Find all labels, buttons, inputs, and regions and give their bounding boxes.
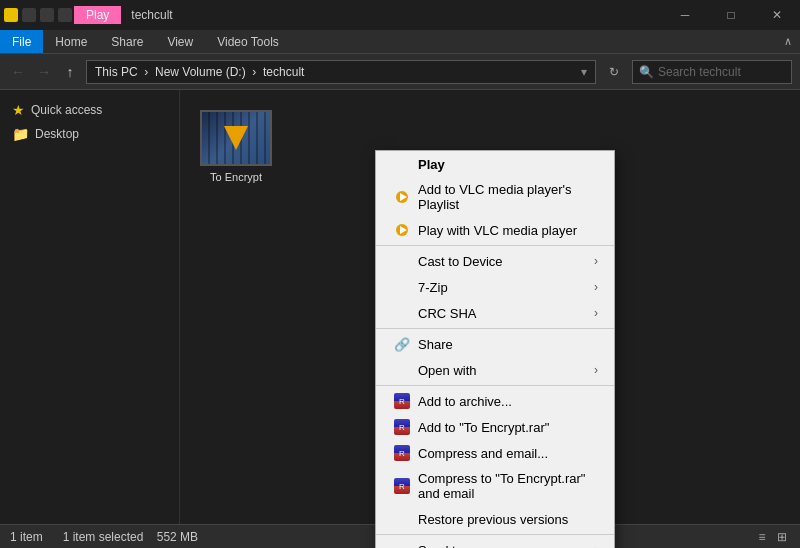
window-title: techcult (131, 8, 172, 22)
search-icon: 🔍 (639, 65, 654, 79)
path-dropdown-icon[interactable]: ▾ (581, 65, 587, 79)
cast-icon (392, 253, 412, 269)
ctx-compress-rar-email-label: Compress to "To Encrypt.rar" and email (418, 471, 598, 501)
file-thumbnail (200, 110, 272, 166)
ctx-openwith-arrow: › (594, 363, 598, 377)
path-text: This PC › New Volume (D:) › techcult (95, 65, 304, 79)
ctx-vlc-playlist[interactable]: Add to VLC media player's Playlist (376, 177, 614, 217)
back-button[interactable]: ← (8, 62, 28, 82)
ribbon: File Home Share View Video Tools ∧ (0, 30, 800, 54)
vlc-playlist-icon (392, 189, 412, 205)
ctx-openwith[interactable]: Open with › (376, 357, 614, 383)
ctx-cast[interactable]: Cast to Device › (376, 248, 614, 274)
ctx-add-rar-label: Add to "To Encrypt.rar" (418, 420, 549, 435)
title-bar-left: Play techcult (0, 6, 173, 24)
ctx-sendto-label: Send to (418, 543, 463, 549)
ctx-cast-label: Cast to Device (418, 254, 503, 269)
ctx-add-archive-label: Add to archive... (418, 394, 512, 409)
ctx-sendto-arrow: › (594, 543, 598, 548)
title-dot-3 (40, 8, 54, 22)
ctx-restore[interactable]: Restore previous versions (376, 506, 614, 532)
title-bar-controls: ─ □ ✕ (662, 0, 800, 30)
winrar-rar-icon: R (392, 419, 412, 435)
sidebar: ★ Quick access 📁 Desktop (0, 90, 180, 524)
winrar-rar-email-icon: R (392, 478, 412, 494)
search-placeholder: Search techcult (658, 65, 741, 79)
ctx-share[interactable]: 🔗 Share (376, 331, 614, 357)
ctx-play-label: Play (418, 157, 445, 172)
minimize-button[interactable]: ─ (662, 0, 708, 30)
ctx-vlc-playlist-label: Add to VLC media player's Playlist (418, 182, 598, 212)
ctx-openwith-label: Open with (418, 363, 477, 378)
vlc-icon (224, 126, 248, 150)
ctx-restore-label: Restore previous versions (418, 512, 568, 527)
up-button[interactable]: ↑ (60, 62, 80, 82)
ctx-sep-4 (376, 534, 614, 535)
ribbon-tab-videotools[interactable]: Video Tools (205, 30, 291, 53)
content-area: To Encrypt Play Add to VLC media player'… (180, 90, 800, 524)
crcsha-icon (392, 305, 412, 321)
ctx-7zip-label: 7-Zip (418, 280, 448, 295)
ctx-share-label: Share (418, 337, 453, 352)
view-grid-icon[interactable]: ⊞ (774, 529, 790, 545)
ctx-7zip[interactable]: 7-Zip › (376, 274, 614, 300)
title-bar-dots (4, 8, 72, 22)
file-item-toencrypt[interactable]: To Encrypt (196, 106, 276, 188)
ctx-cast-arrow: › (594, 254, 598, 268)
ctx-crcsha[interactable]: CRC SHA › (376, 300, 614, 326)
title-dot-4 (58, 8, 72, 22)
address-path[interactable]: This PC › New Volume (D:) › techcult ▾ (86, 60, 596, 84)
ctx-play[interactable]: Play (376, 151, 614, 177)
ctx-7zip-arrow: › (594, 280, 598, 294)
ctx-sep-3 (376, 385, 614, 386)
ctx-add-archive[interactable]: R Add to archive... (376, 388, 614, 414)
maximize-button[interactable]: □ (708, 0, 754, 30)
sidebar-label-quickaccess: Quick access (31, 103, 102, 117)
status-count: 1 item (10, 530, 43, 544)
share-icon: 🔗 (392, 336, 412, 352)
ribbon-tab-share[interactable]: Share (99, 30, 155, 53)
sidebar-label-desktop: Desktop (35, 127, 79, 141)
sendto-icon (392, 542, 412, 548)
ctx-sep-2 (376, 328, 614, 329)
title-dot-2 (22, 8, 36, 22)
star-icon: ★ (12, 102, 25, 118)
winrar-add-icon: R (392, 393, 412, 409)
status-selected: 1 item selected 552 MB (63, 530, 198, 544)
search-box[interactable]: 🔍 Search techcult (632, 60, 792, 84)
active-tab-label[interactable]: Play (74, 6, 121, 24)
title-bar: Play techcult ─ □ ✕ (0, 0, 800, 30)
ctx-sendto[interactable]: Send to › (376, 537, 614, 548)
address-bar: ← → ↑ This PC › New Volume (D:) › techcu… (0, 54, 800, 90)
folder-icon: 📁 (12, 126, 29, 142)
close-button[interactable]: ✕ (754, 0, 800, 30)
ctx-crcsha-label: CRC SHA (418, 306, 477, 321)
openwith-icon (392, 362, 412, 378)
file-name-label: To Encrypt (210, 170, 262, 184)
ctx-compress-email-label: Compress and email... (418, 446, 548, 461)
7zip-icon (392, 279, 412, 295)
ribbon-tab-view[interactable]: View (155, 30, 205, 53)
forward-button[interactable]: → (34, 62, 54, 82)
ribbon-tab-home[interactable]: Home (43, 30, 99, 53)
ctx-vlc-play-label: Play with VLC media player (418, 223, 577, 238)
ctx-compress-rar-email[interactable]: R Compress to "To Encrypt.rar" and email (376, 466, 614, 506)
ribbon-collapse[interactable]: ∧ (784, 35, 800, 48)
ribbon-tab-file[interactable]: File (0, 30, 43, 53)
status-view-controls: ≡ ⊞ (754, 529, 790, 545)
refresh-button[interactable]: ↻ (602, 60, 626, 84)
sidebar-item-desktop[interactable]: 📁 Desktop (0, 122, 179, 146)
main-area: ★ Quick access 📁 Desktop To Encrypt Pla (0, 90, 800, 524)
ctx-add-rar[interactable]: R Add to "To Encrypt.rar" (376, 414, 614, 440)
winrar-email-icon: R (392, 445, 412, 461)
play-icon (392, 156, 412, 172)
view-list-icon[interactable]: ≡ (754, 529, 770, 545)
ctx-crcsha-arrow: › (594, 306, 598, 320)
vlc-play-icon (392, 222, 412, 238)
ctx-compress-email[interactable]: R Compress and email... (376, 440, 614, 466)
ctx-vlc-play[interactable]: Play with VLC media player (376, 217, 614, 243)
sidebar-item-quickaccess[interactable]: ★ Quick access (0, 98, 179, 122)
restore-icon (392, 511, 412, 527)
ctx-sep-1 (376, 245, 614, 246)
context-menu: Play Add to VLC media player's Playlist … (375, 150, 615, 548)
